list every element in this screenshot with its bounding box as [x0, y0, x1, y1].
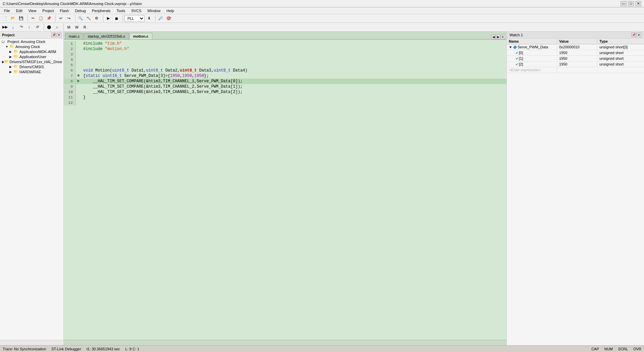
- menu-item-window[interactable]: Window: [145, 8, 163, 13]
- watch-row-1[interactable]: ✔ [0] 1950 unsigned short: [507, 50, 644, 56]
- menu-item-peripherals[interactable]: Peripherals: [89, 8, 113, 13]
- watch-val-2: 1950: [557, 56, 597, 61]
- bp-clear-btn[interactable]: ○: [53, 24, 61, 31]
- tree-drivers-stm[interactable]: ▶ 📁 Drivers/STM32F1xx_HAL_Drive: [1, 59, 63, 64]
- pll-dropdown[interactable]: PLL: [124, 15, 145, 22]
- find-btn[interactable]: 🔍: [77, 15, 84, 22]
- step-btn[interactable]: ↓: [9, 24, 17, 31]
- project-panel: Project 📌 ✕ 🗂 Project: Amusing Clock ▼ 📁…: [0, 32, 64, 345]
- watch-row-enter[interactable]: <Enter expression>: [507, 67, 644, 73]
- watch-col-name: Name: [507, 39, 557, 44]
- menu-item-project[interactable]: Project: [40, 8, 56, 13]
- menu-item-file[interactable]: File: [1, 8, 13, 13]
- tab-main-c-label: main.c: [69, 34, 79, 38]
- code-line-1: 1 #include "tim.h": [64, 41, 506, 46]
- project-pin-btn[interactable]: 📌: [51, 33, 56, 37]
- tree-amusing-clock[interactable]: ▼ 📁 Amusing Clock: [1, 44, 63, 49]
- open-btn[interactable]: 📂: [9, 15, 17, 22]
- menu-item-edit[interactable]: Edit: [13, 8, 25, 13]
- menu-item-view[interactable]: View: [26, 8, 39, 13]
- watch-type-enter: [597, 69, 644, 71]
- watch-row-3[interactable]: ✔ [2] 1950 unsigned short: [507, 61, 644, 67]
- menu-item-help[interactable]: Help: [164, 8, 177, 13]
- code-editor[interactable]: 1 #include "tim.h" 2 #include "motion.h"…: [64, 40, 506, 340]
- tree-drivers-cmsis[interactable]: ▶ 📁 Drivers/CMSIS: [1, 64, 63, 69]
- watch-val-1: 1950: [557, 50, 597, 55]
- watch-db-icon-0: 🔷: [513, 45, 517, 49]
- project-close-btn[interactable]: ✕: [57, 33, 61, 37]
- redo-btn[interactable]: ↪: [65, 15, 72, 22]
- stop-btn[interactable]: ⏹: [113, 15, 120, 22]
- tree-amusing-clock-label: Amusing Clock: [15, 45, 40, 49]
- download-btn[interactable]: ⬇: [145, 15, 153, 22]
- mem-btn[interactable]: M: [65, 24, 72, 31]
- menu-item-flash[interactable]: Flash: [57, 8, 72, 13]
- toolbar-1: 📄 📂 💾 ✂ 📋 📌 ↩ ↪ 🔍 🔨 ⚙ ▶ ⏹ PLL ⬇ 🔎 🎯: [0, 14, 644, 23]
- watch-name-1: ✔ [0]: [507, 50, 557, 55]
- stepover-btn[interactable]: ↷: [17, 24, 25, 31]
- run-btn[interactable]: ▶▶: [1, 24, 9, 31]
- project-scrollbar[interactable]: [0, 340, 63, 345]
- tab-motion-c[interactable]: motion.c: [129, 33, 152, 39]
- line-content-1: #include "tim.h": [81, 41, 122, 46]
- maximize-button[interactable]: □: [628, 1, 634, 6]
- watch-pin-btn[interactable]: 📌: [631, 33, 636, 37]
- line-num-5: 5: [64, 62, 76, 68]
- sep2: [54, 15, 56, 22]
- target-btn[interactable]: 🎯: [165, 15, 172, 22]
- watch-close-btn[interactable]: ✕: [637, 33, 641, 37]
- stepout-btn[interactable]: ↑: [25, 24, 33, 31]
- sep8: [62, 24, 64, 31]
- menu-item-svcs[interactable]: SVCS: [128, 8, 144, 13]
- watch-btn[interactable]: W: [73, 24, 80, 31]
- tree-root[interactable]: 🗂 Project: Amusing Clock: [1, 39, 63, 44]
- close-button[interactable]: ✕: [635, 1, 641, 6]
- sep6: [154, 15, 156, 22]
- new-btn[interactable]: 📄: [1, 15, 9, 22]
- tree-app-mdk[interactable]: ▶ 📁 Application/MDK-ARM: [1, 49, 63, 54]
- watch-col-type: Type: [597, 39, 644, 44]
- line-num-6: 6: [64, 68, 76, 73]
- line-num-12: 12: [64, 100, 76, 105]
- tab-startup[interactable]: startup_stm32f103xb.s: [84, 33, 128, 39]
- tree-root-label: Project: Amusing Clock: [7, 40, 45, 44]
- tree-app-user[interactable]: ▶ 📁 Application/User: [1, 54, 63, 59]
- save-btn[interactable]: 💾: [17, 15, 25, 22]
- copy-btn[interactable]: 📋: [37, 15, 45, 22]
- editor-scroll-right[interactable]: ▶: [496, 35, 500, 39]
- line-num-8: 8: [64, 79, 76, 84]
- cut-btn[interactable]: ✂: [29, 15, 37, 22]
- line-content-9: __HAL_TIM_SET_COMPARE(&htim3,TIM_CHANNEL…: [81, 84, 243, 89]
- expand-arrow-2: ▶: [9, 50, 13, 53]
- watch-name-3: ✔ [2]: [507, 61, 557, 67]
- watch-check-3: ✔: [516, 62, 518, 66]
- minimize-button[interactable]: —: [621, 1, 627, 6]
- status-debugger: ST-Link Debugger: [51, 347, 81, 351]
- zoom-btn[interactable]: 🔎: [157, 15, 164, 22]
- menu-item-tools[interactable]: Tools: [114, 8, 128, 13]
- line-num-4: 4: [64, 57, 76, 62]
- menu-item-debug[interactable]: Debug: [72, 8, 89, 13]
- tree-hardwrae-label: HARDWRAE: [19, 70, 41, 74]
- watch-row-2[interactable]: ✔ [1] 1950 unsigned short: [507, 56, 644, 61]
- code-line-12: 12: [64, 100, 506, 105]
- tab-main-c[interactable]: main.c: [65, 33, 83, 39]
- build-btn[interactable]: 🔨: [85, 15, 92, 22]
- bp-btn[interactable]: ⬤: [45, 24, 53, 31]
- watch-col-headers: Name Value Type: [507, 39, 644, 44]
- editor-close[interactable]: ✕: [500, 35, 505, 39]
- editor-scrollbar[interactable]: [64, 340, 506, 345]
- paste-btn[interactable]: 📌: [45, 15, 53, 22]
- undo-btn[interactable]: ↩: [57, 15, 64, 22]
- watch-row-0[interactable]: ▼ 🔷 Serve_PWM_Data 0x20000010 unsigned s…: [507, 44, 644, 50]
- project-label: Project: [2, 33, 14, 37]
- rebuild-btn[interactable]: ⚙: [93, 15, 100, 22]
- folder-icon-2: 📁: [13, 49, 19, 54]
- debug-btn[interactable]: ▶: [105, 15, 112, 22]
- code-line-2: 2 #include "motion.h": [64, 46, 506, 52]
- reset-btn[interactable]: ↺: [34, 24, 41, 31]
- regs-btn[interactable]: R: [81, 24, 89, 31]
- tab-startup-label: startup_stm32f103xb.s: [88, 34, 125, 38]
- editor-scroll-left[interactable]: ◀: [491, 35, 496, 39]
- tree-hardwrae[interactable]: ▶ 📁 HARDWRAE: [1, 69, 63, 74]
